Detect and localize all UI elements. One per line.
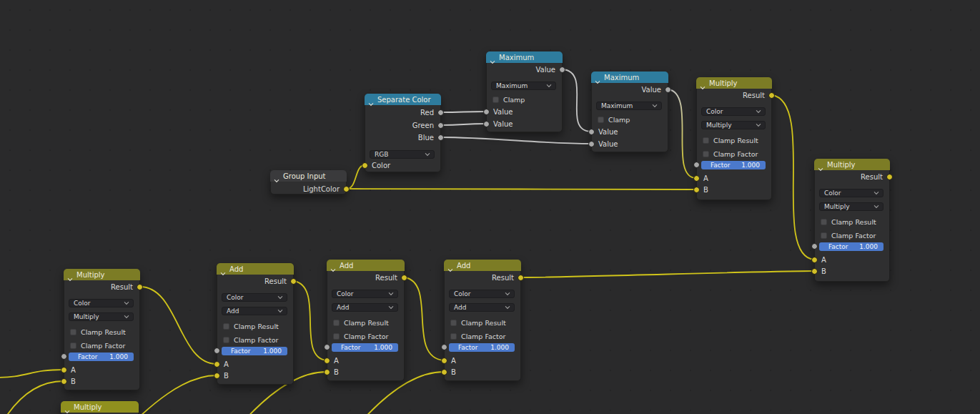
socket-factor-input[interactable]	[214, 348, 220, 354]
node-link-wire[interactable]	[441, 124, 486, 125]
node-header[interactable]: Multiply	[64, 269, 140, 280]
socket-factor-input[interactable]	[441, 344, 447, 350]
node-link-wire[interactable]	[140, 287, 217, 364]
clamp-checkbox[interactable]	[598, 117, 604, 123]
node-header[interactable]: Separate Color	[365, 94, 441, 105]
node-group-input[interactable]: Group InputLightColor	[270, 170, 347, 194]
node-separate-color[interactable]: Separate ColorRedGreenBlueRGBColor	[365, 94, 441, 172]
socket-factor-input[interactable]	[324, 344, 330, 350]
clamp-checkbox[interactable]	[493, 97, 499, 103]
multiply-dropdown[interactable]: Multiply	[69, 312, 134, 321]
socket-b-input[interactable]	[811, 268, 818, 275]
multiply-dropdown[interactable]: Multiply	[819, 202, 884, 211]
node-link-wire[interactable]	[294, 281, 327, 360]
socket-b-input[interactable]	[214, 373, 220, 379]
clamp-factor-checkbox[interactable]	[70, 342, 76, 349]
maximum-dropdown[interactable]: Maximum	[491, 82, 556, 90]
clamp-factor-checkbox[interactable]	[223, 337, 229, 343]
socket-b-input[interactable]	[441, 369, 447, 375]
maximum-dropdown[interactable]: Maximum	[596, 102, 662, 110]
node-maximum-2[interactable]: MaximumValueMaximumClampValueValue	[591, 72, 668, 152]
socket-value-output[interactable]	[665, 87, 671, 93]
socket-a-input[interactable]	[214, 361, 220, 368]
node-editor-canvas[interactable]: MaximumValueMaximumClampValueValueMaximu…	[0, 0, 980, 414]
socket-result-output[interactable]	[886, 174, 893, 180]
node-maximum-1[interactable]: MaximumValueMaximumClampValueValue	[486, 51, 563, 132]
rgb-dropdown[interactable]: RGB	[370, 150, 435, 159]
node-link-wire[interactable]	[772, 95, 814, 260]
socket-value-input[interactable]	[483, 109, 490, 115]
add-dropdown[interactable]: Add	[222, 307, 287, 315]
socket-result-output[interactable]	[290, 278, 297, 285]
add-dropdown[interactable]: Add	[449, 303, 515, 312]
collapse-chevron-icon[interactable]	[274, 173, 279, 179]
node-link-wire[interactable]	[441, 137, 591, 144]
factor-slider[interactable]: Factor1.000	[701, 161, 766, 169]
color-dropdown[interactable]: Color	[701, 107, 766, 116]
node-add-1[interactable]: AddResultColorAddClamp ResultClamp Facto…	[217, 263, 294, 385]
collapse-chevron-icon[interactable]	[67, 272, 73, 277]
factor-slider[interactable]: Factor1.000	[222, 347, 287, 355]
factor-slider[interactable]: Factor1.000	[819, 242, 884, 251]
color-dropdown[interactable]: Color	[69, 299, 134, 307]
node-header[interactable]: Multiply	[814, 159, 890, 170]
clamp-result-checkbox[interactable]	[223, 323, 229, 330]
node-link-wire[interactable]	[668, 89, 696, 178]
socket-value-input[interactable]	[483, 121, 490, 127]
socket-a-input[interactable]	[811, 257, 818, 263]
node-header[interactable]: Add	[217, 263, 294, 275]
socket-b-input[interactable]	[693, 187, 700, 193]
color-dropdown[interactable]: Color	[222, 293, 287, 302]
collapse-chevron-icon[interactable]	[595, 74, 600, 80]
clamp-result-checkbox[interactable]	[450, 320, 457, 326]
socket-b-input[interactable]	[324, 369, 330, 375]
node-link-wire[interactable]	[0, 370, 64, 378]
socket-b-input[interactable]	[61, 378, 67, 385]
socket-a-input[interactable]	[693, 175, 700, 182]
node-link-wire[interactable]	[563, 69, 591, 132]
multiply-dropdown[interactable]: Multiply	[701, 121, 766, 129]
socket-red-output[interactable]	[437, 109, 444, 116]
socket-a-input[interactable]	[441, 358, 447, 364]
node-multiply-3[interactable]: MultiplyResultColorMultiplyClamp ResultC…	[64, 269, 140, 390]
node-add-3[interactable]: AddResultColorAddClamp ResultClamp Facto…	[444, 260, 521, 381]
socket-a-input[interactable]	[324, 358, 330, 364]
socket-result-output[interactable]	[518, 275, 524, 281]
node-header[interactable]: Multiply	[61, 401, 139, 413]
clamp-factor-checkbox[interactable]	[450, 333, 457, 340]
node-header[interactable]: Add	[327, 260, 405, 271]
clamp-factor-checkbox[interactable]	[333, 333, 340, 340]
node-multiply-2[interactable]: MultiplyResultColorMultiplyClamp ResultC…	[814, 159, 890, 282]
socket-value-input[interactable]	[588, 129, 595, 135]
node-link-wire[interactable]	[405, 277, 444, 360]
socket-result-output[interactable]	[401, 275, 407, 281]
color-dropdown[interactable]: Color	[332, 290, 398, 298]
clamp-result-checkbox[interactable]	[821, 219, 827, 225]
color-dropdown[interactable]: Color	[449, 290, 515, 298]
node-header[interactable]: Group Input	[270, 170, 347, 182]
node-link-wire[interactable]	[347, 165, 365, 189]
socket-result-output[interactable]	[137, 284, 143, 290]
collapse-chevron-icon[interactable]	[447, 262, 453, 268]
socket-lightcolor-output[interactable]	[343, 186, 350, 192]
clamp-result-checkbox[interactable]	[333, 320, 340, 326]
node-link-wire[interactable]	[347, 189, 696, 189]
socket-green-output[interactable]	[437, 122, 444, 129]
socket-factor-input[interactable]	[811, 243, 818, 250]
node-header[interactable]: Maximum	[591, 72, 668, 83]
socket-factor-input[interactable]	[693, 162, 700, 168]
node-header[interactable]: Add	[444, 260, 521, 271]
socket-a-input[interactable]	[61, 367, 67, 373]
add-dropdown[interactable]: Add	[332, 303, 398, 312]
node-header[interactable]: Maximum	[486, 51, 563, 63]
collapse-chevron-icon[interactable]	[368, 97, 374, 102]
socket-blue-output[interactable]	[437, 134, 444, 141]
collapse-chevron-icon[interactable]	[818, 162, 823, 167]
node-multiply-1[interactable]: MultiplyResultColorMultiplyClamp ResultC…	[696, 77, 772, 200]
node-link-wire[interactable]	[521, 271, 814, 277]
node-header[interactable]: Multiply	[696, 77, 772, 89]
clamp-factor-checkbox[interactable]	[703, 151, 709, 157]
clamp-factor-checkbox[interactable]	[821, 232, 827, 239]
clamp-result-checkbox[interactable]	[70, 329, 76, 335]
color-dropdown[interactable]: Color	[819, 189, 884, 197]
